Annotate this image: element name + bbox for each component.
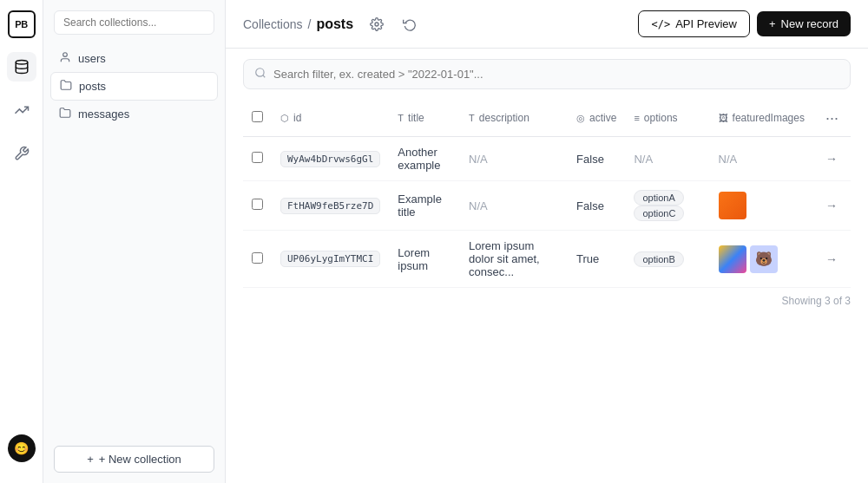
cell-title-3: Lorem ipsum — [389, 231, 460, 288]
search-icon — [254, 67, 266, 82]
sidebar: users posts messages + + New collection — [43, 0, 226, 483]
api-preview-label: API Preview — [675, 17, 737, 30]
row-checkbox-3[interactable] — [252, 252, 263, 264]
search-filter-input[interactable] — [273, 68, 839, 81]
search-input-wrap — [243, 59, 851, 89]
cell-title-2: Example title — [389, 181, 460, 231]
col-options: ≡ options — [625, 100, 709, 137]
cell-desc-3: Lorem ipsum dolor sit amet, consec... — [460, 231, 568, 288]
user-icon — [59, 51, 71, 66]
breadcrumb-current: posts — [316, 16, 353, 32]
svg-point-3 — [256, 69, 264, 76]
logo: PB — [8, 10, 36, 38]
sidebar-item-posts[interactable]: posts — [50, 72, 218, 101]
plus-icon-new-record: + — [769, 17, 776, 30]
breadcrumb-collections[interactable]: Collections — [243, 17, 302, 31]
sidebar-item-users[interactable]: users — [50, 45, 218, 72]
cell-active-2: False — [568, 181, 625, 231]
main-content: Collections / posts </> — [226, 0, 868, 483]
cell-active-1: False — [568, 137, 625, 181]
cell-options-2: optionA optionC — [625, 181, 709, 231]
cell-desc-1: N/A — [460, 137, 568, 181]
folder-icon-messages — [59, 107, 71, 121]
svg-line-4 — [263, 75, 266, 78]
sidebar-item-users-label: users — [78, 52, 106, 65]
cell-id-2: FtHAW9feB5rze7D — [272, 181, 389, 231]
option-tag-optionA: optionA — [634, 190, 683, 206]
new-collection-label: + New collection — [99, 453, 181, 466]
title-col-icon: T — [398, 113, 404, 123]
sidebar-nav: users posts messages — [43, 42, 225, 435]
svg-point-2 — [375, 23, 378, 26]
sidebar-search-area — [43, 0, 225, 42]
sidebar-item-posts-label: posts — [79, 80, 106, 93]
code-icon: </> — [651, 18, 670, 30]
row-checkbox-2[interactable] — [252, 199, 263, 210]
sidebar-item-messages[interactable]: messages — [50, 101, 218, 127]
col-active: ◎ active — [568, 100, 625, 137]
cell-id-1: WyAw4bDrvws6gGl — [272, 137, 389, 181]
header-actions: </> API Preview + New record — [638, 10, 851, 37]
svg-point-1 — [63, 53, 68, 57]
sidebar-item-messages-label: messages — [78, 108, 129, 121]
table-wrap: ⬡ id T title T description — [226, 100, 868, 483]
search-bar-area — [226, 49, 868, 100]
table-row: WyAw4bDrvws6gGl Another example N/A Fals… — [243, 137, 851, 181]
col-id: ⬡ id — [272, 100, 389, 137]
cell-images-3: 🐻 — [710, 231, 813, 288]
select-all-checkbox[interactable] — [252, 111, 263, 122]
col-description: T description — [460, 100, 568, 137]
select-all-header — [243, 100, 272, 137]
breadcrumb: Collections / posts — [243, 16, 353, 32]
icon-bar: PB 😊 — [0, 0, 43, 483]
new-record-label: New record — [781, 17, 838, 30]
records-table: ⬡ id T title T description — [243, 100, 851, 288]
cell-images-2 — [710, 181, 813, 231]
refresh-icon-btn[interactable] — [397, 11, 423, 37]
svg-point-0 — [16, 61, 28, 65]
active-col-icon: ◎ — [576, 113, 585, 124]
plus-icon: + — [87, 453, 94, 466]
settings-icon-btn[interactable] — [364, 11, 390, 37]
breadcrumb-separator: / — [307, 17, 311, 31]
thumbnail-orange — [719, 192, 746, 219]
col-featured-images: 🖼 featuredImages — [710, 100, 813, 137]
images-col-icon: 🖼 — [719, 113, 728, 123]
new-record-button[interactable]: + New record — [757, 11, 851, 36]
row-arrow-3[interactable]: → — [822, 249, 841, 270]
cell-title-1: Another example — [389, 137, 460, 181]
row-arrow-2[interactable]: → — [822, 195, 841, 216]
showing-label: Showing 3 of 3 — [243, 288, 851, 314]
thumbnail-animal: 🐻 — [750, 245, 778, 273]
search-collections-input[interactable] — [54, 10, 214, 35]
cell-options-3: optionB — [625, 231, 709, 288]
cell-options-1: N/A — [625, 137, 709, 181]
option-tag-optionC: optionC — [634, 206, 684, 221]
api-preview-button[interactable]: </> API Preview — [638, 10, 750, 37]
table-row: FtHAW9feB5rze7D Example title N/A False … — [243, 181, 851, 231]
thumbnail-colorful — [719, 245, 746, 273]
new-collection-button[interactable]: + + New collection — [54, 446, 214, 473]
database-icon-btn[interactable] — [7, 52, 36, 82]
sidebar-footer: + + New collection — [43, 435, 225, 483]
col-more: ··· — [813, 100, 851, 137]
chart-icon-btn[interactable] — [7, 95, 36, 125]
cell-active-3: True — [568, 231, 625, 288]
row-arrow-1[interactable]: → — [822, 148, 841, 169]
row-checkbox-1[interactable] — [252, 152, 263, 163]
header-icons — [364, 11, 423, 37]
more-columns-button[interactable]: ··· — [822, 107, 842, 129]
table-row: UP06yLygImYTMCI Lorem ipsum Lorem ipsum … — [243, 231, 851, 288]
options-col-icon: ≡ — [634, 113, 639, 123]
cell-id-3: UP06yLygImYTMCI — [272, 231, 389, 288]
cell-desc-2: N/A — [460, 181, 568, 231]
cell-images-1: N/A — [710, 137, 813, 181]
option-tag-optionB: optionB — [634, 251, 683, 267]
main-header: Collections / posts </> — [226, 0, 868, 49]
col-title: T title — [389, 100, 460, 137]
chat-icon-btn[interactable]: 😊 — [8, 434, 36, 462]
folder-icon-posts — [60, 79, 72, 94]
desc-col-icon: T — [469, 113, 475, 123]
id-col-icon: ⬡ — [280, 113, 289, 124]
tools-icon-btn[interactable] — [7, 139, 36, 168]
